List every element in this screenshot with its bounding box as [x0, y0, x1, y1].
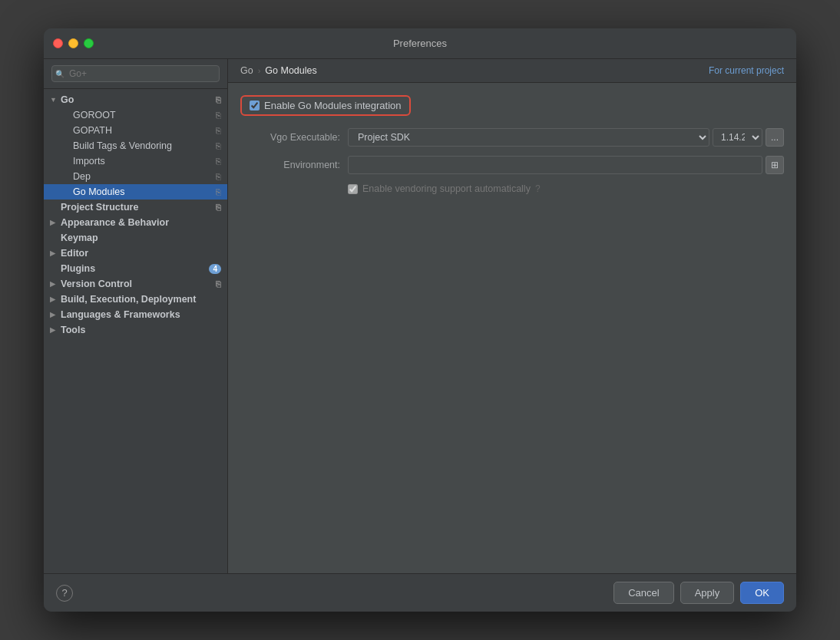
copy-icon: ⎘	[216, 203, 221, 212]
sidebar-item-label: Keymap	[61, 233, 221, 243]
main-content: ▼ Go ⎘ GOROOT ⎘ GOPATH ⎘ Build Tags & Ve…	[44, 59, 796, 573]
sidebar-tree: ▼ Go ⎘ GOROOT ⎘ GOPATH ⎘ Build Tags & Ve…	[44, 89, 227, 573]
sidebar-item-goroot[interactable]: GOROOT ⎘	[44, 107, 227, 123]
arrow-icon: ▶	[50, 311, 61, 318]
sidebar-item-label: Version Control	[61, 279, 213, 289]
arrow-icon: ▶	[50, 280, 61, 288]
environment-row: Environment: ⊞	[240, 156, 784, 174]
arrow-icon: ▶	[50, 249, 61, 257]
copy-icon: ⎘	[216, 279, 221, 289]
enable-go-modules-label[interactable]: Enable Go Modules integration	[264, 100, 402, 111]
sidebar-item-label: Dep	[73, 171, 213, 182]
ok-button[interactable]: OK	[740, 582, 784, 604]
copy-icon: ⎘	[216, 95, 221, 104]
apply-button[interactable]: Apply	[680, 582, 735, 604]
enable-go-modules-checkbox[interactable]	[250, 101, 260, 111]
bottom-bar: ? Cancel Apply OK	[44, 573, 796, 612]
sidebar-item-languages[interactable]: ▶ Languages & Frameworks	[44, 307, 227, 322]
vendor-checkbox[interactable]	[348, 184, 358, 194]
sidebar-item-label: Build, Execution, Deployment	[61, 294, 221, 305]
arrow-icon: ▶	[50, 295, 61, 303]
edit-icon: ⊞	[771, 160, 779, 170]
sidebar-item-plugins[interactable]: Plugins 4	[44, 261, 227, 276]
sidebar-item-build-tags[interactable]: Build Tags & Vendoring ⎘	[44, 138, 227, 153]
sidebar-item-project-structure[interactable]: Project Structure ⎘	[44, 200, 227, 215]
sidebar-item-keymap[interactable]: Keymap	[44, 230, 227, 246]
sidebar-item-version-control[interactable]: ▶ Version Control ⎘	[44, 276, 227, 292]
sidebar-item-gopath[interactable]: GOPATH ⎘	[44, 123, 227, 138]
vgo-label: Vgo Executable:	[240, 132, 348, 143]
vgo-sdk-select[interactable]: Project SDK	[348, 128, 709, 147]
cancel-button[interactable]: Cancel	[613, 582, 673, 604]
breadcrumb-arrow-icon: ›	[258, 66, 261, 75]
sidebar-item-imports[interactable]: Imports ⎘	[44, 153, 227, 169]
sidebar-item-label: Imports	[73, 156, 213, 167]
copy-icon: ⎘	[216, 172, 221, 181]
arrow-icon: ▼	[50, 96, 61, 104]
window-title: Preferences	[393, 38, 447, 49]
env-control-wrap: ⊞	[348, 156, 784, 174]
sidebar-item-build-execution[interactable]: ▶ Build, Execution, Deployment	[44, 292, 227, 307]
maximize-button[interactable]	[84, 38, 94, 48]
search-input[interactable]	[51, 65, 220, 82]
panel-body: Enable Go Modules integration Vgo Execut…	[228, 83, 796, 573]
breadcrumb-parent: Go	[240, 65, 253, 76]
vgo-executable-row: Vgo Executable: Project SDK 1.14.2 ...	[240, 128, 784, 147]
sidebar-item-go-modules[interactable]: Go Modules ⎘	[44, 184, 227, 200]
right-panel: Go › Go Modules For current project Enab…	[228, 59, 796, 573]
sidebar-item-label: Languages & Frameworks	[61, 309, 221, 320]
minimize-button[interactable]	[68, 38, 78, 48]
vendor-row: Enable vendoring support automatically ?	[348, 183, 784, 194]
sidebar-item-label: GOROOT	[73, 110, 213, 120]
plugins-badge: 4	[209, 264, 221, 274]
sidebar-item-label: Project Structure	[61, 202, 213, 213]
vgo-control-wrap: Project SDK 1.14.2 ...	[348, 128, 784, 147]
traffic-lights	[53, 38, 94, 48]
sidebar: ▼ Go ⎘ GOROOT ⎘ GOPATH ⎘ Build Tags & Ve…	[44, 59, 228, 573]
sidebar-item-label: Plugins	[61, 263, 206, 274]
panel-header: Go › Go Modules For current project	[228, 59, 796, 83]
vgo-version-select[interactable]: 1.14.2	[713, 128, 762, 147]
enable-go-modules-row[interactable]: Enable Go Modules integration	[240, 95, 411, 116]
copy-icon: ⎘	[216, 187, 221, 196]
env-edit-button[interactable]: ⊞	[766, 156, 784, 174]
vgo-ellipsis-button[interactable]: ...	[766, 128, 784, 147]
sidebar-item-label: Tools	[61, 325, 221, 335]
copy-icon: ⎘	[216, 111, 221, 120]
sidebar-item-editor[interactable]: ▶ Editor	[44, 246, 227, 261]
vendor-label: Enable vendoring support automatically	[362, 183, 531, 194]
arrow-icon: ▶	[50, 219, 61, 226]
sidebar-item-tools[interactable]: ▶ Tools	[44, 322, 227, 338]
env-label: Environment:	[240, 160, 348, 170]
sidebar-item-label: GOPATH	[73, 125, 213, 136]
bottom-actions: Cancel Apply OK	[613, 582, 784, 604]
sidebar-item-appearance-behavior[interactable]: ▶ Appearance & Behavior	[44, 215, 227, 230]
for-project-link[interactable]: For current project	[709, 65, 784, 76]
copy-icon: ⎘	[216, 141, 221, 150]
sidebar-item-label: Editor	[61, 248, 221, 259]
arrow-icon: ▶	[50, 326, 61, 334]
sidebar-item-label: Go Modules	[73, 186, 213, 197]
help-icon[interactable]: ?	[535, 183, 541, 194]
sidebar-item-label: Appearance & Behavior	[61, 217, 221, 228]
sidebar-item-label: Build Tags & Vendoring	[73, 140, 213, 151]
sidebar-item-label: Go	[61, 94, 213, 105]
copy-icon: ⎘	[216, 126, 221, 135]
env-input[interactable]	[348, 156, 762, 174]
title-bar: Preferences	[44, 28, 796, 59]
sidebar-item-go[interactable]: ▼ Go ⎘	[44, 92, 227, 107]
breadcrumb-current: Go Modules	[265, 65, 316, 76]
sidebar-search-wrap	[44, 59, 227, 89]
sidebar-item-dep[interactable]: Dep ⎘	[44, 169, 227, 184]
help-button[interactable]: ?	[56, 585, 73, 602]
copy-icon: ⎘	[216, 157, 221, 166]
close-button[interactable]	[53, 38, 63, 48]
preferences-window: Preferences ▼ Go ⎘ GOROOT ⎘	[44, 28, 796, 612]
